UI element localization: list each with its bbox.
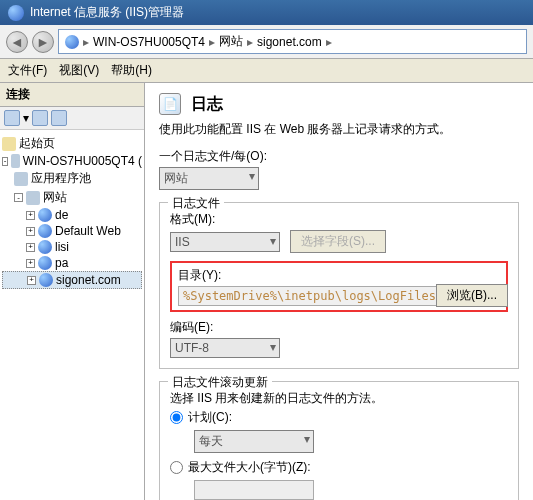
dir-label: 目录(Y):	[178, 267, 500, 284]
collapse-icon[interactable]: -	[2, 157, 8, 166]
tree-apppool[interactable]: 应用程序池	[2, 169, 142, 188]
window-title: Internet 信息服务 (IIS)管理器	[30, 4, 184, 21]
server-icon	[11, 154, 19, 168]
format-combo[interactable]: IIS	[170, 232, 280, 252]
chevron-right-icon: ▸	[247, 35, 253, 49]
tree-site-label: lisi	[55, 240, 69, 254]
format-label: 格式(M):	[170, 211, 508, 228]
maxsize-label: 最大文件大小(字节)(Z):	[188, 459, 311, 476]
connections-toolbar: ▾	[0, 107, 144, 130]
logging-icon: 📄	[159, 93, 181, 115]
select-fields-button: 选择字段(S)...	[290, 230, 386, 253]
rollover-fieldset: 日志文件滚动更新 选择 IIS 用来创建新的日志文件的方法。 计划(C): 每天…	[159, 381, 519, 500]
tree-sites[interactable]: -网站	[2, 188, 142, 207]
tree-apppool-label: 应用程序池	[31, 170, 91, 187]
apppool-icon	[14, 172, 28, 186]
tree-site-lisi[interactable]: +lisi	[2, 239, 142, 255]
menu-view[interactable]: 视图(V)	[59, 62, 99, 79]
maxsize-radio[interactable]: 最大文件大小(字节)(Z):	[170, 459, 508, 476]
logfile-fieldset: 日志文件 格式(M): IIS 选择字段(S)... 目录(Y): %Syste…	[159, 202, 519, 369]
breadcrumb-sites[interactable]: 网站	[219, 33, 243, 50]
schedule-combo[interactable]: 每天	[194, 430, 314, 453]
menu-file[interactable]: 文件(F)	[8, 62, 47, 79]
schedule-label: 计划(C):	[188, 409, 232, 426]
site-icon	[38, 256, 52, 270]
tree-sites-label: 网站	[43, 189, 67, 206]
server-icon	[65, 35, 79, 49]
expand-icon[interactable]: +	[26, 211, 35, 220]
navbar: ◄ ► ▸ WIN-OS7HU005QT4 ▸ 网站 ▸ sigonet.com…	[0, 25, 533, 59]
toolbar-sep: ▾	[23, 111, 29, 125]
chevron-right-icon: ▸	[326, 35, 332, 49]
connect-icon[interactable]	[4, 110, 20, 126]
connections-header: 连接	[0, 83, 144, 107]
logfile-legend: 日志文件	[168, 195, 224, 212]
breadcrumb-site[interactable]: sigonet.com	[257, 35, 322, 49]
chevron-right-icon: ▸	[209, 35, 215, 49]
expand-icon[interactable]: +	[26, 227, 35, 236]
expand-icon[interactable]: +	[26, 259, 35, 268]
collapse-icon[interactable]: -	[14, 193, 23, 202]
tree-site-label: Default Web	[55, 224, 121, 238]
menu-help[interactable]: 帮助(H)	[111, 62, 152, 79]
connections-tree[interactable]: 起始页 -WIN-OS7HU005QT4 ( 应用程序池 -网站 +de +De…	[0, 130, 144, 500]
site-icon	[39, 273, 53, 287]
tree-site-label: sigonet.com	[56, 273, 121, 287]
content-panel: 📄 日志 使用此功能配置 IIS 在 Web 服务器上记录请求的方式。 一个日志…	[145, 83, 533, 500]
tree-site-label: de	[55, 208, 68, 222]
breadcrumb-server[interactable]: WIN-OS7HU005QT4	[93, 35, 205, 49]
site-icon	[38, 208, 52, 222]
iis-icon	[8, 5, 24, 21]
schedule-radio[interactable]: 计划(C):	[170, 409, 508, 426]
nav-forward-button[interactable]: ►	[32, 31, 54, 53]
per-combo[interactable]: 网站	[159, 167, 259, 190]
tree-start-label: 起始页	[19, 135, 55, 152]
tree-site-de[interactable]: +de	[2, 207, 142, 223]
chevron-right-icon: ▸	[83, 35, 89, 49]
maxsize-radio-input[interactable]	[170, 461, 183, 474]
tree-server[interactable]: -WIN-OS7HU005QT4 (	[2, 153, 142, 169]
connections-panel: 连接 ▾ 起始页 -WIN-OS7HU005QT4 ( 应用程序池 -网站 +d…	[0, 83, 145, 500]
expand-icon[interactable]: +	[27, 276, 36, 285]
rollover-desc: 选择 IIS 用来创建新的日志文件的方法。	[170, 390, 508, 407]
rollover-legend: 日志文件滚动更新	[168, 374, 272, 391]
refresh-icon[interactable]	[51, 110, 67, 126]
page-title: 日志	[191, 94, 223, 115]
sites-icon	[26, 191, 40, 205]
browse-button[interactable]: 浏览(B)...	[436, 284, 508, 307]
tree-site-default[interactable]: +Default Web	[2, 223, 142, 239]
per-label: 一个日志文件/每(O):	[159, 148, 519, 165]
home-icon	[2, 137, 16, 151]
encoding-label: 编码(E):	[170, 319, 508, 336]
page-desc: 使用此功能配置 IIS 在 Web 服务器上记录请求的方式。	[159, 121, 519, 138]
titlebar: Internet 信息服务 (IIS)管理器	[0, 0, 533, 25]
site-icon	[38, 240, 52, 254]
maxsize-input	[194, 480, 314, 500]
encoding-combo[interactable]: UTF-8	[170, 338, 280, 358]
tree-site-label: pa	[55, 256, 68, 270]
schedule-radio-input[interactable]	[170, 411, 183, 424]
expand-icon[interactable]: +	[26, 243, 35, 252]
breadcrumb[interactable]: ▸ WIN-OS7HU005QT4 ▸ 网站 ▸ sigonet.com ▸	[58, 29, 527, 54]
save-icon[interactable]	[32, 110, 48, 126]
nav-back-button[interactable]: ◄	[6, 31, 28, 53]
tree-start[interactable]: 起始页	[2, 134, 142, 153]
menubar: 文件(F) 视图(V) 帮助(H)	[0, 59, 533, 83]
tree-site-sigonet[interactable]: +sigonet.com	[2, 271, 142, 289]
tree-site-pa[interactable]: +pa	[2, 255, 142, 271]
site-icon	[38, 224, 52, 238]
tree-server-label: WIN-OS7HU005QT4 (	[23, 154, 142, 168]
